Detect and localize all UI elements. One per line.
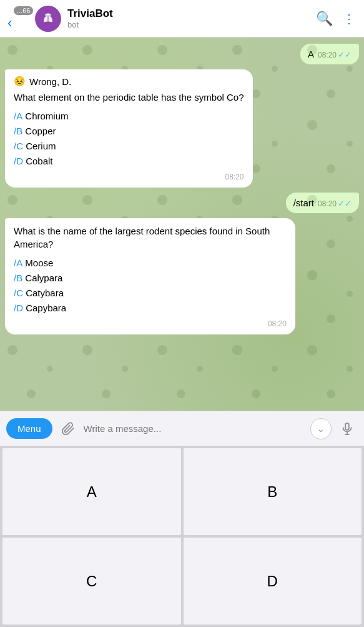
bubble-q2: What is the name of the largest rodent s… [5, 218, 295, 334]
chat-header: ...66 ‹ TriviaBot bot 🔍 ⋮ [0, 0, 364, 38]
scroll-down-icon[interactable]: ⌄ [310, 418, 332, 439]
option-1c: /C Cerium [14, 139, 244, 154]
question1-text: What element on the periodic table has t… [14, 91, 244, 104]
bubble-meta-a: 08:20 ✓✓ [318, 50, 352, 59]
wrong-header: 😣 Wrong, D. [14, 76, 244, 87]
back-arrow-icon[interactable]: ‹ [7, 15, 12, 31]
bubble-meta-start: 08:20 ✓✓ [318, 199, 352, 208]
option-2b: /B Calypara [14, 271, 287, 286]
header-title: TriviaBot [67, 8, 316, 20]
back-button[interactable]: ...66 ‹ [7, 5, 35, 33]
bubble-meta-q2: 08:20 [14, 319, 287, 328]
bubble-text-start: /start [293, 198, 314, 208]
question2-text: What is the name of the largest rodent s… [14, 224, 287, 251]
bubble-sent-a: A 08:20 ✓✓ [300, 44, 359, 64]
header-actions: 🔍 ⋮ [316, 11, 357, 27]
bubble-wrong: 😣 Wrong, D. What element on the periodic… [5, 69, 253, 188]
header-subtitle: bot [67, 20, 316, 29]
opt-letter-1c: /C [14, 141, 23, 151]
opt-letter-1a: /A [14, 111, 22, 121]
opt-letter-1d: /D [14, 156, 23, 166]
message-row-start: /start 08:20 ✓✓ [5, 193, 359, 213]
header-info: TriviaBot bot [67, 8, 316, 29]
message-row-sent-a: A 08:20 ✓✓ [5, 44, 359, 64]
option-2c: /C Catybara [14, 286, 287, 301]
opt-letter-2d: /D [14, 303, 23, 313]
option-2d: /D Capybara [14, 301, 287, 316]
opt-letter-2c: /C [14, 288, 23, 298]
key-b-button[interactable]: B [184, 448, 362, 535]
opt-letter-2b: /B [14, 273, 22, 283]
message-row-wrong: 😣 Wrong, D. What element on the periodic… [5, 69, 359, 188]
more-options-icon[interactable]: ⋮ [343, 11, 357, 26]
timestamp-start: 08:20 [318, 199, 337, 208]
timestamp-a: 08:20 [318, 51, 337, 59]
opt-letter-2a: /A [14, 258, 22, 268]
key-a-button[interactable]: A [2, 448, 181, 535]
option-1b: /B Copper [14, 124, 244, 139]
back-badge: ...66 [14, 6, 33, 15]
bot-avatar-icon [39, 10, 57, 28]
option-1d: /D Cobalt [14, 154, 244, 169]
svg-rect-3 [47, 13, 49, 14]
opt-letter-1b: /B [14, 126, 22, 136]
bot-avatar [35, 6, 61, 32]
chat-area: A 08:20 ✓✓ 😣 Wrong, D. What element on t… [0, 38, 364, 411]
option-1a: /A Chromium [14, 109, 244, 124]
search-icon[interactable]: 🔍 [316, 11, 333, 27]
wrong-emoji: 😣 [14, 76, 26, 87]
read-check-start: ✓✓ [338, 199, 352, 208]
wrong-text: Wrong, D. [29, 76, 71, 87]
menu-button[interactable]: Menu [6, 418, 52, 439]
key-c-button[interactable]: C [2, 538, 181, 624]
bubble-text-a: A [308, 49, 314, 59]
svg-rect-4 [345, 423, 349, 429]
microphone-icon[interactable] [337, 418, 358, 439]
attach-icon[interactable] [57, 418, 79, 439]
read-check-a: ✓✓ [338, 50, 352, 59]
option-2a: /A Moose [14, 256, 287, 271]
answer-keyboard: A B C D [0, 446, 364, 627]
message-input[interactable] [84, 423, 305, 434]
bubble-meta-wrong: 08:20 [14, 173, 244, 181]
key-d-button[interactable]: D [184, 538, 362, 624]
input-area: Menu ⌄ [0, 411, 364, 446]
message-row-q2: What is the name of the largest rodent s… [5, 218, 359, 334]
bubble-start: /start 08:20 ✓✓ [286, 193, 359, 213]
